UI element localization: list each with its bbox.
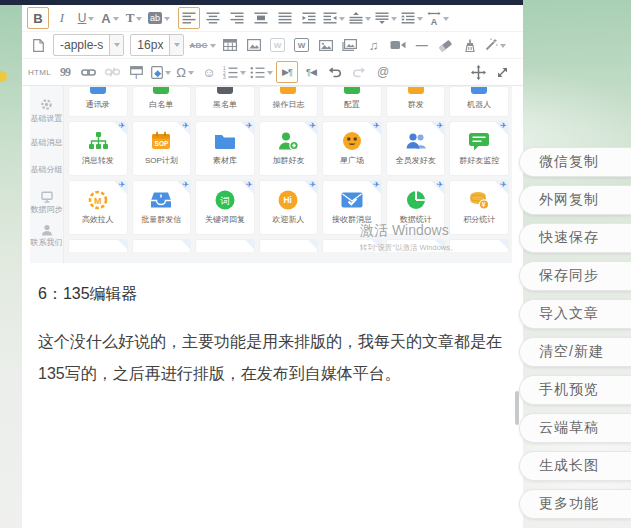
pin-icon: ✈ <box>119 181 126 189</box>
magic-wand-button[interactable] <box>483 34 507 56</box>
first-line-indent-button[interactable] <box>322 7 346 29</box>
more-features-button[interactable]: 更多功能 <box>519 489 631 519</box>
clear-format-button[interactable] <box>459 34 481 56</box>
letter-spacing-icon: A <box>427 12 441 25</box>
chevron-down-icon <box>165 71 171 78</box>
align-justify-button[interactable] <box>274 7 296 29</box>
broom-icon <box>464 39 476 52</box>
line-height-button[interactable] <box>374 7 398 29</box>
pin-icon: ✈ <box>500 181 507 189</box>
gear-icon <box>40 98 53 111</box>
quick-save-button[interactable]: 快速保存 <box>519 223 631 253</box>
bordered-image-button[interactable] <box>243 34 265 56</box>
align-justify-icon <box>278 12 292 24</box>
bold-button[interactable]: B <box>27 7 49 29</box>
table-caption-icon: T <box>130 66 143 79</box>
music-icon: ♫ <box>369 38 379 53</box>
font-family-value: -apple-s <box>54 38 109 52</box>
letter-spacing-button[interactable]: A <box>426 7 450 29</box>
wechat-copy-button[interactable]: 微信复制 <box>519 147 631 177</box>
cloud-draft-button[interactable]: 云端草稿 <box>519 413 631 443</box>
sidebar-item-basic-group: 基础分组 <box>31 165 63 175</box>
pin-icon: ✈ <box>310 122 317 130</box>
chevron-down-icon <box>267 71 273 78</box>
import-article-button[interactable]: 导入文章 <box>519 299 631 329</box>
new-document-button[interactable] <box>27 34 49 56</box>
table-icon <box>223 39 237 51</box>
ordered-list-button[interactable]: 123 <box>222 61 247 83</box>
text-direction-ltr-button[interactable]: ▶¶ <box>276 61 298 83</box>
font-color-button[interactable]: A <box>99 7 121 29</box>
align-right-button[interactable] <box>226 7 248 29</box>
insert-image-button[interactable] <box>315 34 337 56</box>
html-source-button[interactable]: HTML <box>27 61 52 83</box>
monitor-icon <box>41 191 53 203</box>
insert-audio-button[interactable]: ♫ <box>363 34 385 56</box>
font-size-select[interactable]: 16px <box>130 34 184 56</box>
indent-button[interactable] <box>298 7 320 29</box>
whitelist-icon <box>153 87 169 94</box>
gallery-icon <box>342 39 357 51</box>
document-body[interactable]: 6：135编辑器 这个没什么好说的，主要功能是用来排版的，我每天的文章都是在13… <box>22 263 523 390</box>
app-card: 配置 <box>322 86 382 117</box>
text-direction-rtl-button[interactable]: ¶◀ <box>300 61 322 83</box>
side-button-label: 外网复制 <box>539 191 599 209</box>
special-char-button[interactable]: Ω <box>174 61 196 83</box>
find-replace-button[interactable]: @ <box>372 61 394 83</box>
font-family-select[interactable]: -apple-s <box>53 34 124 56</box>
margin-top-button[interactable] <box>348 7 372 29</box>
log-icon <box>280 87 296 94</box>
highlight-label: ab <box>148 12 162 24</box>
insert-template-button[interactable] <box>150 61 172 83</box>
editor-scrollbar[interactable] <box>515 391 519 425</box>
clear-new-button[interactable]: 清空/新建 <box>519 337 631 367</box>
bullet-list-button[interactable] <box>249 61 274 83</box>
app-card-label: 消息转发 <box>82 155 114 166</box>
dashed-circle-icon: M <box>88 190 108 210</box>
save-sync-button[interactable]: 保存同步 <box>519 261 631 291</box>
fullscreen-button[interactable] <box>491 61 513 83</box>
strikethrough-button[interactable]: ABC <box>188 34 216 56</box>
svg-text:T: T <box>135 72 139 78</box>
first-line-indent-icon <box>323 12 337 24</box>
blacklist-icon <box>217 87 233 94</box>
person-icon <box>41 224 53 236</box>
italic-button[interactable]: I <box>51 7 73 29</box>
word-import-button[interactable]: W <box>291 34 313 56</box>
align-center-button[interactable] <box>202 7 224 29</box>
eraser-button[interactable] <box>435 34 457 56</box>
highlight-button[interactable]: ab <box>147 7 171 29</box>
mobile-preview-button[interactable]: 手机预览 <box>519 375 631 405</box>
sidebar-item-label: 基础分组 <box>31 165 63 175</box>
insert-video-button[interactable] <box>387 34 409 56</box>
undo-button[interactable] <box>324 61 346 83</box>
table-caption-button[interactable]: T <box>126 61 148 83</box>
undo-icon <box>328 67 342 78</box>
italic-label: I <box>60 10 64 26</box>
paragraph-spacing-button[interactable] <box>400 7 424 29</box>
blockquote-button[interactable]: 99 <box>54 61 76 83</box>
bullet-list-icon <box>250 66 265 79</box>
strikethrough-label: ABC <box>189 41 207 50</box>
editor-content[interactable]: 基础设置 基础消息 基础分组 数据同步 联系我们 <box>22 86 523 528</box>
generate-long-image-button[interactable]: 生成长图 <box>519 451 631 481</box>
app-card: ✈ 全员发好友 <box>386 121 446 176</box>
underline-button[interactable]: U <box>75 7 97 29</box>
emoji-button[interactable]: ☺ <box>198 61 220 83</box>
word-disabled-icon: W <box>270 38 285 52</box>
insert-link-button[interactable] <box>78 61 100 83</box>
svg-text:M: M <box>94 196 102 206</box>
app-card-label: 白名单 <box>149 99 173 110</box>
horizontal-rule-button[interactable]: — <box>411 34 433 56</box>
align-left-button[interactable] <box>178 7 200 29</box>
pin-icon: ✈ <box>246 181 253 189</box>
external-copy-button[interactable]: 外网复制 <box>519 185 631 215</box>
text-format-button[interactable]: T <box>123 7 145 29</box>
svg-text:A: A <box>431 16 438 25</box>
smiley-icon <box>342 131 362 151</box>
drag-move-button[interactable] <box>467 61 489 83</box>
align-block-center-button[interactable] <box>250 7 272 29</box>
gallery-button[interactable] <box>339 34 361 56</box>
insert-table-button[interactable] <box>219 34 241 56</box>
contacts-icon <box>90 87 106 94</box>
